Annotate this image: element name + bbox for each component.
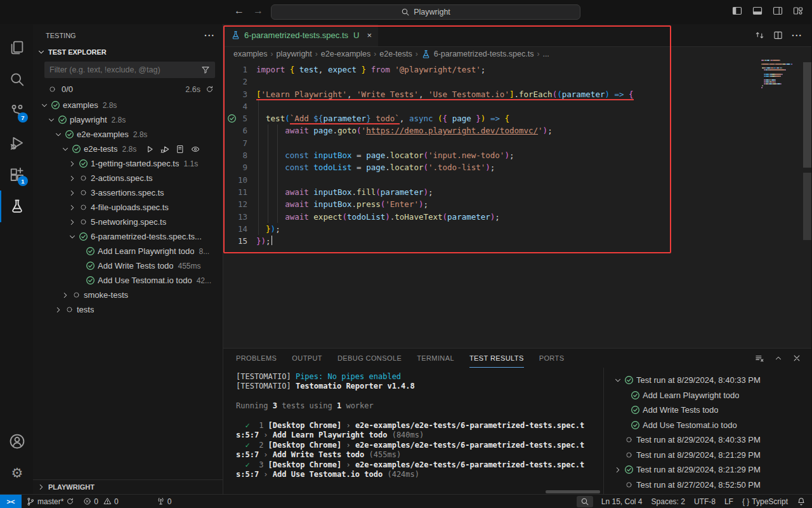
code-line[interactable]: 9 const todoList = page.locator('.todo-l… [223,161,811,173]
code-line[interactable]: 7 [223,137,811,149]
chevron-down-icon[interactable] [613,376,623,385]
terminal-hscrollbar[interactable] [546,490,600,493]
command-center-search[interactable]: Playwright [271,4,580,20]
clear-output-icon[interactable] [755,354,764,363]
test-explorer-item[interactable]: 3-assertions.spec.ts [33,185,223,200]
test-filter-box[interactable] [44,62,215,78]
problems-item[interactable]: 0 0 [79,495,122,508]
code-line[interactable]: 12 await inputBox.press('Enter'); [223,198,811,210]
chevron-right-icon[interactable] [60,291,70,300]
git-branch-item[interactable]: master* [22,495,79,508]
test-run-item[interactable]: Add Use Testomat.io todo [604,418,811,433]
language-mode-item[interactable]: { } TypeScript [738,495,792,508]
tab-close-icon[interactable]: × [367,30,372,40]
code-editor[interactable]: 1import { test, expect } from '@playwrig… [223,61,811,348]
maximize-panel-icon[interactable] [774,354,783,363]
encoding-item[interactable]: UTF-8 [690,495,720,508]
chevron-right-icon[interactable] [67,159,77,168]
code-line[interactable]: 4 [223,100,811,112]
test-explorer-item[interactable]: 1-getting-started.spec.ts1.1s [33,156,223,171]
debugrun-icon[interactable] [160,145,169,154]
customize-layout-icon[interactable] [793,6,803,16]
chevron-down-icon[interactable] [37,48,46,57]
test-explorer-item[interactable]: smoke-tests [33,288,223,302]
gutter-pass-icon[interactable] [227,114,237,123]
chevron-right-icon[interactable] [53,305,63,314]
chevron-right-icon[interactable] [613,465,623,474]
ports-item[interactable]: 0 [152,495,176,508]
chevron-right-icon[interactable] [67,218,77,227]
code-line[interactable]: 11 await inputBox.fill(parameter); [223,186,811,198]
minimap[interactable] [761,60,801,89]
test-run-item[interactable]: Test run at 8/29/2024, 8:40:33 PM [604,432,811,448]
test-run-item[interactable]: Test run at 8/29/2024, 8:21:29 PM [604,462,811,478]
code-line[interactable]: 15}); [223,235,811,247]
test-explorer-item[interactable]: e2e-examples2.8s [33,127,223,142]
test-run-item[interactable]: Test run at 8/29/2024, 8:40:33 PM [604,373,811,388]
panel-tab-terminal[interactable]: TERMINAL [417,349,454,368]
code-line[interactable]: 1import { test, expect } from '@playwrig… [223,64,811,76]
source-control-icon[interactable]: 7 [0,95,33,127]
indentation-item[interactable]: Spaces: 2 [647,495,690,508]
test-explorer-item[interactable]: tests [33,302,223,317]
playwright-section-header[interactable]: PLAYWRIGHT [33,479,223,494]
test-explorer-item[interactable]: examples2.8s [33,98,223,112]
chevron-down-icon[interactable] [67,232,77,241]
accounts-icon[interactable] [0,425,33,457]
test-explorer-item[interactable]: Add Write Tests todo455ms [33,258,223,273]
refresh-icon[interactable] [206,85,214,93]
chevron-down-icon[interactable] [46,116,56,124]
breadcrumb-item[interactable]: e2e-tests [379,50,412,58]
test-explorer-item[interactable]: 5-networking.spec.ts [33,215,223,229]
chevron-down-icon[interactable] [53,130,63,139]
test-explorer-item[interactable]: Add Use Testomat.io todo42... [33,273,223,288]
toggle-secondary-sidebar-icon[interactable] [773,6,783,16]
eol-item[interactable]: LF [720,495,738,508]
filter-icon[interactable] [201,65,210,74]
toggle-panel-icon[interactable] [752,6,763,16]
panel-tab-output[interactable]: OUTPUT [292,349,322,368]
nav-forward-icon[interactable]: → [251,5,265,17]
run-tests-compare-icon[interactable] [755,30,764,40]
testing-view-icon[interactable] [0,190,33,222]
code-line[interactable]: 14 }); [223,223,811,235]
panel-tab-debug-console[interactable]: DEBUG CONSOLE [337,349,402,368]
test-run-item[interactable]: Test run at 8/29/2024, 8:21:29 PM [604,448,811,463]
breadcrumb-item[interactable]: examples [233,50,268,58]
code-line[interactable]: 2 [223,76,811,88]
test-run-item[interactable] [604,492,811,494]
split-editor-icon[interactable] [773,30,783,40]
test-filter-input[interactable] [49,65,197,74]
editor-more-actions-icon[interactable]: ··· [792,30,802,41]
test-explorer-item[interactable]: Add Learn Playwright todo8... [33,244,223,258]
test-explorer-item[interactable]: playwright2.8s [33,112,223,127]
zoom-status-item[interactable] [577,496,593,507]
run-debug-icon[interactable] [0,127,33,159]
chevron-right-icon[interactable] [67,203,77,212]
panel-tab-test-results[interactable]: TEST RESULTS [469,349,524,368]
chevron-right-icon[interactable] [67,189,77,197]
panel-tab-ports[interactable]: PORTS [539,349,565,368]
test-explorer-item[interactable]: 4-file-uploads.spec.ts [33,200,223,215]
test-explorer-item[interactable]: 6-parametrized-tests.spec.ts... [33,229,223,244]
chevron-down-icon[interactable] [60,145,70,154]
cursor-position-item[interactable]: Ln 15, Col 4 [597,495,647,508]
play-icon[interactable] [145,145,154,154]
code-line[interactable]: 10 [223,174,811,186]
notifications-bell-icon[interactable] [792,495,812,508]
code-line[interactable]: 3['Learn Playwright', 'Write Tests', 'Us… [223,88,811,100]
scrollbar-slider[interactable] [803,62,811,168]
test-explorer-item[interactable]: 2-actions.spec.ts [33,171,223,185]
tab-6-parametrized-tests[interactable]: 6-parametrized-tests.spec.ts U × [223,24,378,46]
eye-icon[interactable] [191,145,200,154]
close-panel-icon[interactable] [792,354,801,363]
extensions-icon[interactable]: 1 [0,159,33,190]
chevron-down-icon[interactable] [39,101,49,110]
breadcrumb-symbol-tail[interactable]: ... [542,50,549,58]
panel-tab-problems[interactable]: PROBLEMS [236,349,277,368]
code-line[interactable]: 8 const inputBox = page.locator('input.n… [223,149,811,161]
search-view-icon[interactable] [0,64,33,95]
test-run-item[interactable]: Test run at 8/27/2024, 8:52:50 PM [604,478,811,493]
code-line[interactable]: 5 test(`Add ${parameter} todo`, async ({… [223,112,811,124]
test-explorer-item[interactable]: e2e-tests2.8s [33,142,223,156]
